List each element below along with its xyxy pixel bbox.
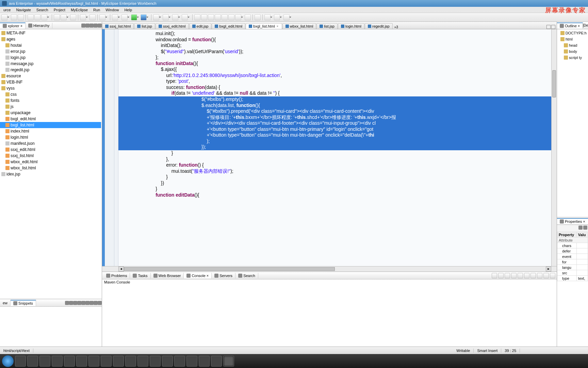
tree-item[interactable]: error.jsp: [0, 48, 101, 55]
props-tool-icon[interactable]: [583, 226, 587, 230]
taskbar-app[interactable]: [113, 356, 124, 367]
editor-tab[interactable]: list.jsp: [316, 23, 338, 29]
tree-item[interactable]: bxgl_list.html: [0, 122, 101, 128]
taskbar-app[interactable]: [150, 356, 161, 367]
tree-item[interactable]: login.jsp: [0, 55, 101, 61]
col-value[interactable]: Valu: [576, 232, 588, 237]
tool-i[interactable]: [222, 14, 228, 20]
tool-7[interactable]: [80, 14, 86, 20]
tab-hierarchy[interactable]: Hierarchy: [26, 23, 52, 28]
menu-project[interactable]: Project: [52, 8, 67, 12]
perspective-label[interactable]: De: [584, 24, 588, 27]
property-value[interactable]: [576, 254, 588, 259]
ext-tools[interactable]: [141, 14, 147, 20]
menu-window[interactable]: Window: [103, 8, 121, 12]
tool-d[interactable]: [182, 14, 188, 20]
tool-9[interactable]: [99, 14, 105, 20]
tree-item[interactable]: ages: [0, 36, 101, 42]
project-tree[interactable]: META-INFageshoutaierror.jsplogin.jspmess…: [0, 29, 102, 299]
property-row[interactable]: Attribute: [557, 237, 588, 243]
run-button[interactable]: [131, 14, 137, 20]
scroll-right-icon[interactable]: ►: [546, 266, 551, 272]
tool-4[interactable]: [54, 14, 60, 20]
tool-f[interactable]: [201, 14, 207, 20]
tool-5[interactable]: [61, 14, 67, 20]
tool-icon[interactable]: [85, 301, 89, 305]
editor-tab[interactable]: login.html: [338, 23, 364, 29]
tool-6[interactable]: [70, 14, 76, 20]
new-button[interactable]: [1, 14, 7, 20]
menu-source[interactable]: urce: [1, 8, 13, 12]
link-icon[interactable]: [85, 24, 89, 28]
max-icon[interactable]: [98, 24, 102, 28]
back-button[interactable]: [264, 14, 271, 20]
min-icon[interactable]: [546, 25, 551, 29]
menu-bar[interactable]: urce Navigate Search Project MyEclipse R…: [0, 7, 588, 13]
col-property[interactable]: Property: [557, 232, 577, 237]
tree-item[interactable]: ssxj_list.html: [0, 153, 101, 159]
tool-2[interactable]: [34, 14, 40, 20]
tool-8[interactable]: [89, 14, 96, 20]
menu-navigate[interactable]: Navigate: [14, 8, 33, 12]
pin-button[interactable]: [530, 273, 536, 278]
editor-tab[interactable]: edit.jsp: [189, 23, 212, 29]
tab-snippets[interactable]: Snippets: [11, 300, 36, 306]
property-value[interactable]: [576, 270, 588, 276]
tool-l[interactable]: [245, 14, 251, 20]
property-row[interactable]: src: [557, 270, 588, 276]
min-icon[interactable]: [94, 301, 98, 305]
property-value[interactable]: text,: [576, 276, 588, 281]
tree-item[interactable]: houtai: [0, 42, 101, 48]
console-btn[interactable]: [511, 273, 517, 278]
outline-item[interactable]: script ty: [557, 55, 587, 61]
tool-j[interactable]: [228, 14, 234, 20]
console-btn[interactable]: [518, 273, 523, 278]
console-output[interactable]: Maven Console: [102, 279, 557, 347]
menu-search[interactable]: Search: [34, 8, 50, 12]
tool-h[interactable]: [215, 14, 221, 20]
outline-item[interactable]: body: [557, 48, 587, 55]
tree-item[interactable]: js: [0, 104, 101, 110]
tab-properties[interactable]: Properties×: [557, 218, 588, 224]
tool-k[interactable]: [235, 14, 241, 20]
close-icon[interactable]: ×: [20, 24, 22, 28]
tool-c[interactable]: [172, 14, 178, 20]
tool-icon[interactable]: [65, 301, 69, 305]
close-icon[interactable]: ×: [207, 274, 209, 278]
scroll-track[interactable]: [124, 266, 546, 272]
editor-tab[interactable]: bxgl_edit.html: [212, 23, 245, 29]
taskbar-app[interactable]: [52, 356, 63, 367]
tab-problems[interactable]: Problems: [103, 273, 130, 278]
windows-taskbar[interactable]: [0, 354, 588, 368]
tree-item[interactable]: css: [0, 91, 101, 97]
tab-explorer[interactable]: xplorer×: [0, 22, 26, 29]
tool-icon[interactable]: [81, 301, 85, 305]
save-all-button[interactable]: [18, 14, 24, 20]
tree-item[interactable]: VEB-INF: [0, 79, 101, 85]
tool-icon[interactable]: [69, 301, 73, 305]
scroll-left-icon[interactable]: ◄: [118, 266, 124, 272]
property-row[interactable]: chars: [557, 243, 588, 248]
editor-tab[interactable]: list.jsp: [134, 23, 155, 29]
tab-outline[interactable]: Outline×: [557, 22, 583, 29]
tab-browser[interactable]: Web Browser: [151, 273, 184, 278]
tool-a[interactable]: [153, 14, 159, 20]
forward-button[interactable]: [274, 14, 280, 20]
tree-item[interactable]: META-INF: [0, 30, 101, 36]
property-value[interactable]: [576, 243, 588, 248]
tree-item[interactable]: fonts: [0, 97, 101, 104]
props-tool-icon[interactable]: [578, 226, 583, 230]
menu-icon[interactable]: [89, 24, 94, 28]
tree-item[interactable]: regedit.jsp: [0, 67, 101, 73]
taskbar-app[interactable]: [199, 356, 210, 367]
editor-tab[interactable]: ssxj_list.html: [102, 23, 134, 29]
tree-item[interactable]: login.html: [0, 134, 101, 140]
tool-3[interactable]: [41, 14, 47, 20]
tree-item[interactable]: manifest.json: [0, 140, 101, 147]
tree-item[interactable]: bxgl_edit.html: [0, 116, 101, 122]
more-tabs[interactable]: »3: [393, 25, 399, 29]
collapse-icon[interactable]: [81, 24, 85, 28]
tool-icon[interactable]: [73, 301, 77, 305]
start-button[interactable]: [2, 355, 14, 367]
property-row[interactable]: for: [557, 259, 588, 265]
